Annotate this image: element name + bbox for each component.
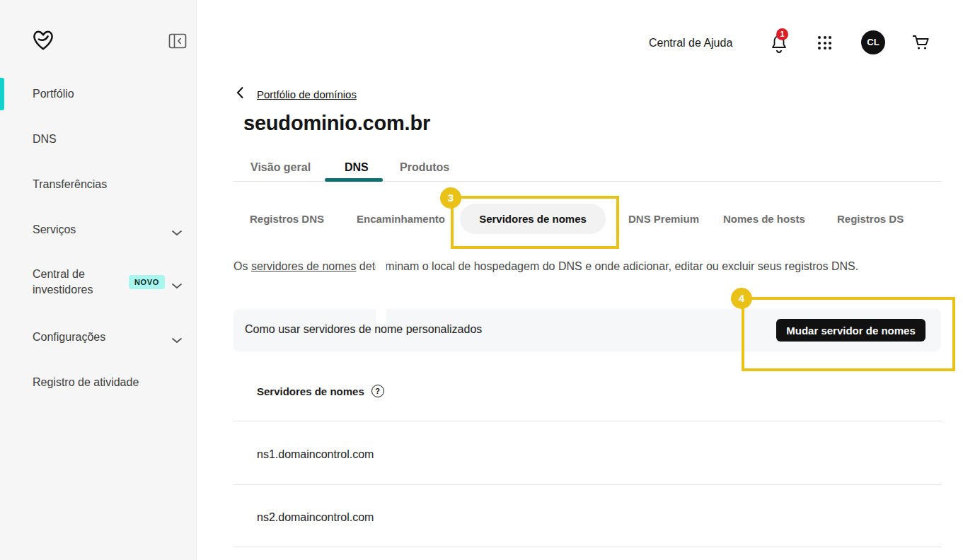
breadcrumb[interactable]: Portfólio de domínios (236, 86, 357, 102)
nameservers-section-header: Servidores de nomes ? (257, 385, 384, 397)
sidebar-item-label: Registro de atividade (33, 375, 139, 390)
tab-produtos[interactable]: Produtos (400, 161, 449, 174)
cart-icon[interactable] (911, 33, 930, 52)
divider (233, 547, 942, 547)
help-question-icon[interactable]: ? (371, 385, 384, 397)
active-tab-underline (325, 178, 383, 182)
page-title: seudominio.com.br (243, 112, 430, 135)
sidebar-active-indicator (0, 78, 4, 110)
novo-badge: NOVO (129, 275, 165, 289)
description-prefix: Os (233, 260, 251, 272)
breadcrumb-link[interactable]: Portfólio de domínios (257, 88, 357, 100)
annotation-step3-badge: 3 (440, 187, 461, 209)
sidebar-item-label: Serviços (33, 222, 76, 238)
avatar[interactable]: CL (861, 30, 885, 54)
nameservers-description: Os servidores de nomes determinam o loca… (233, 260, 870, 273)
subtab-registros-ds[interactable]: Registros DS (837, 213, 904, 225)
apps-grid-icon[interactable] (818, 36, 832, 50)
app-root: Portfólio DNS Transferências Serviços Ce… (0, 0, 963, 560)
help-center-link[interactable]: Central de Ajuda (649, 37, 732, 49)
chevron-down-icon (171, 334, 183, 346)
sidebar-item-label: Central de investidores (33, 267, 126, 298)
annotation-step4-badge: 4 (731, 288, 752, 309)
subtab-registros-dns[interactable]: Registros DNS (250, 213, 324, 225)
back-chevron-icon[interactable] (236, 86, 244, 102)
subtab-nomes-de-hosts[interactable]: Nomes de hosts (723, 213, 805, 225)
chevron-down-icon (171, 226, 183, 239)
divider (233, 484, 942, 485)
banner-text[interactable]: Como usar servidores de nome personaliza… (245, 323, 482, 336)
notification-count-badge: 1 (776, 28, 788, 40)
description-suffix: determinam o local de hospedagem do DNS … (356, 260, 858, 272)
sidebar-item-label: Transferências (33, 177, 107, 192)
tab-visao-geral[interactable]: Visão geral (250, 161, 311, 174)
sidebar-item-label: DNS (33, 132, 57, 147)
subtab-servidores-de-nomes[interactable]: Servidores de nomes (460, 204, 606, 234)
subtab-encaminhamento[interactable]: Encaminhamento (357, 213, 445, 225)
chevron-down-icon (171, 279, 183, 292)
section-title: Servidores de nomes (257, 385, 364, 397)
change-nameservers-button[interactable]: Mudar servidor de nomes (776, 319, 925, 342)
nameserver-row: ns2.domaincontrol.com (257, 511, 374, 524)
godaddy-logo-icon[interactable] (31, 28, 55, 52)
tab-dns[interactable]: DNS (345, 161, 369, 174)
subtab-dns-premium[interactable]: DNS Premium (628, 213, 699, 225)
annotation-white-strip (376, 249, 386, 324)
nameserver-row: ns1.domaincontrol.com (257, 448, 374, 461)
sidebar: Portfólio DNS Transferências Serviços Ce… (0, 0, 197, 560)
divider (233, 421, 942, 421)
sidebar-item-label: Portfólio (33, 86, 74, 102)
nameservers-link[interactable]: servidores de nomes (251, 260, 357, 272)
sidebar-item-label: Configurações (33, 329, 105, 345)
sidebar-collapse-button[interactable] (168, 33, 187, 51)
